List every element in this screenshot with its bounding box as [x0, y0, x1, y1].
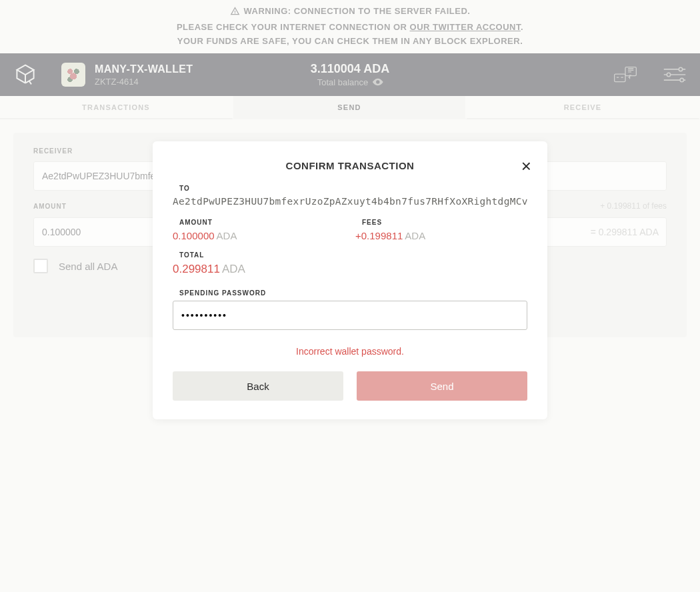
to-address: Ae2tdPwUPEZ3HUU7bmfexrUzoZpAZxuyt4b4bn7f…: [173, 196, 527, 207]
modal-title: CONFIRM TRANSACTION: [173, 160, 527, 171]
modal-amount-value: 0.100000ADA: [173, 230, 345, 242]
back-button[interactable]: Back: [173, 371, 343, 401]
to-label: TO: [173, 185, 527, 192]
spending-password-input[interactable]: [173, 301, 527, 330]
modal-amount-label: AMOUNT: [173, 219, 345, 226]
modal-overlay: CONFIRM TRANSACTION × TO Ae2tdPwUPEZ3HUU…: [0, 0, 700, 592]
modal-fees-value: +0.199811ADA: [355, 230, 527, 242]
spending-password-label: SPENDING PASSWORD: [173, 289, 527, 297]
modal-fees-label: FEES: [355, 219, 527, 226]
close-icon[interactable]: ×: [521, 157, 531, 175]
send-button[interactable]: Send: [357, 371, 527, 401]
modal-total-value: 0.299811ADA: [173, 263, 527, 276]
password-error: Incorrect wallet password.: [173, 346, 527, 357]
modal-total-label: TOTAL: [173, 251, 527, 259]
confirm-transaction-modal: CONFIRM TRANSACTION × TO Ae2tdPwUPEZ3HUU…: [153, 141, 547, 419]
